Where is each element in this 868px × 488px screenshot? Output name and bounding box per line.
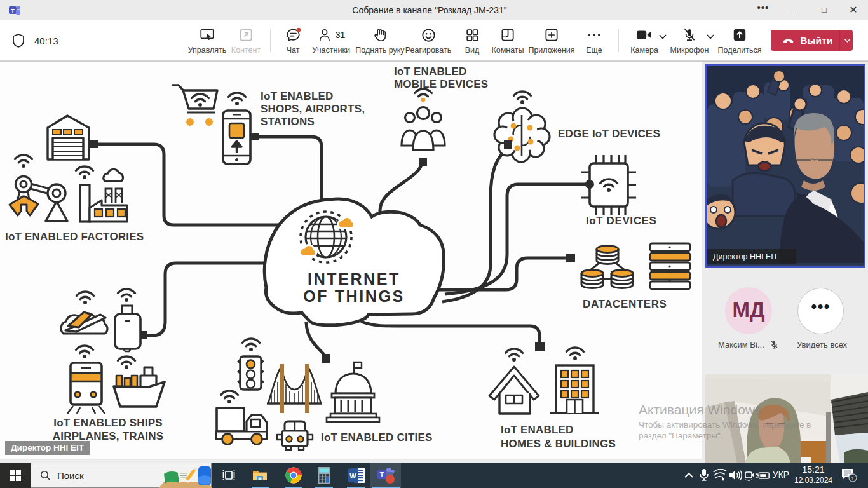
svg-text:IoT ENABLED: IoT ENABLED <box>261 90 334 102</box>
svg-text:EDGE IoT DEVICES: EDGE IoT DEVICES <box>558 128 660 140</box>
svg-text:T: T <box>380 471 384 478</box>
svg-text:HOMES & BUILDINGS: HOMES & BUILDINGS <box>501 438 616 450</box>
svg-text:SHOPS, AIRPORTS,: SHOPS, AIRPORTS, <box>261 103 365 115</box>
svg-text:STATIONS: STATIONS <box>261 116 315 128</box>
svg-text:MOBILE DEVICES: MOBILE DEVICES <box>394 78 488 90</box>
svg-text:1: 1 <box>851 475 854 482</box>
svg-text:IoT ENABLED FACTORIES: IoT ENABLED FACTORIES <box>5 231 144 243</box>
svg-text:Директор ННІ ЕІТ: Директор ННІ ЕІТ <box>713 252 778 261</box>
svg-text:W: W <box>349 472 356 480</box>
svg-text:IoT ENABLED CITIES: IoT ENABLED CITIES <box>321 431 433 444</box>
svg-text:INTERNET: INTERNET <box>308 270 400 288</box>
svg-text:DATACENTERS: DATACENTERS <box>583 298 667 310</box>
svg-text:IoT DEVICES: IoT DEVICES <box>586 215 656 227</box>
svg-text:OF THINGS: OF THINGS <box>303 287 405 305</box>
svg-text:IoT ENABLED: IoT ENABLED <box>394 65 467 78</box>
svg-text:IoT ENABLED SHIPS: IoT ENABLED SHIPS <box>53 417 163 429</box>
svg-text:IoT ENABLED: IoT ENABLED <box>501 424 574 436</box>
